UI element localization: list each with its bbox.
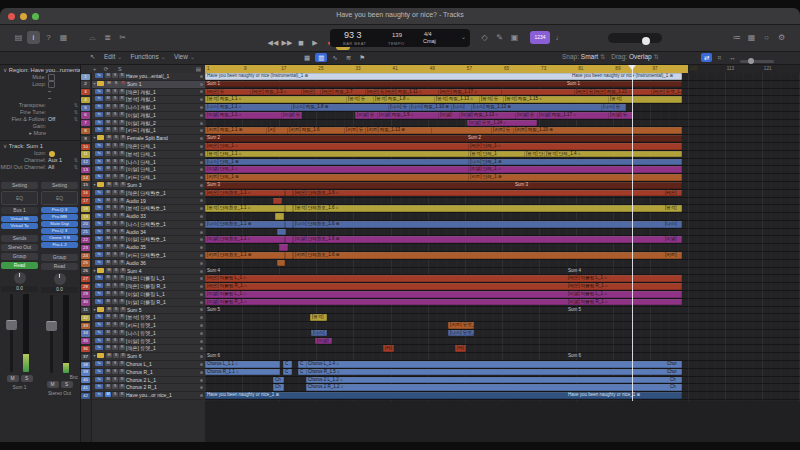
track-header-row[interactable]: ▾MSRFemale Split Band bbox=[92, 135, 205, 143]
track-lane[interactable]: [나스] 단체환호_1.1 ⊗[나스] 단체환호_1.6 ⊗[나스] bbox=[205, 221, 800, 229]
record-enable-button[interactable]: R bbox=[119, 330, 125, 335]
track-header-row[interactable]: ⇆MSRChorus 2 R_1 bbox=[92, 384, 205, 392]
mute-button[interactable]: M bbox=[105, 89, 111, 94]
region[interactable]: [이열] 듀엣_1.24 ○ bbox=[467, 120, 537, 127]
record-enable-button[interactable]: R bbox=[120, 135, 126, 140]
track-header-row[interactable]: ⇆MSR[레온] 듀엣_1 bbox=[92, 345, 205, 353]
track-lane[interactable]: Chorus R_1.1 ○CCChorus R_1.5 ○Chor bbox=[205, 369, 800, 377]
region[interactable]: Chorus L_1.1 ○ bbox=[205, 361, 280, 368]
region[interactable]: [레온] 듀 bbox=[574, 89, 593, 96]
track-lane[interactable]: ChChorus 2 R_1.2 ○Ch bbox=[205, 384, 800, 392]
track-header-row[interactable]: ⇆MSR[이열] 캐럴_1 bbox=[92, 112, 205, 120]
track-lane[interactable]: Sum 3Sum 3 bbox=[205, 182, 800, 190]
region[interactable]: [레온] 단체환호_1.6 ○ bbox=[293, 190, 682, 197]
track-lane[interactable]: [키드] 듀엣_ bbox=[205, 322, 800, 330]
track-lane[interactable]: Sum 6Sum 6 bbox=[205, 353, 800, 361]
mute-button[interactable]: M bbox=[106, 182, 112, 187]
list-editors-icon[interactable]: ≔ bbox=[730, 31, 743, 44]
track-lane[interactable]: [봉석] 단체_1.1 ○[봉석] 단체_1[봉석] 단[봉석] 단체_1.4 … bbox=[205, 151, 800, 159]
region[interactable]: [키드] 단체_1 ⊗ bbox=[205, 174, 469, 181]
output-slot[interactable]: Stereo Out bbox=[1, 244, 38, 251]
region[interactable]: [이열] bbox=[315, 338, 332, 345]
record-enable-button[interactable]: R bbox=[119, 198, 125, 203]
editors-icon[interactable]: ✂ bbox=[116, 31, 129, 44]
automation-mode-button[interactable]: Read bbox=[41, 263, 78, 270]
media-icon[interactable]: ⚙ bbox=[775, 31, 788, 44]
region[interactable]: [봉석] bbox=[608, 96, 682, 103]
lcd-chevron-icon[interactable]: ⌄ bbox=[461, 33, 466, 40]
toolbar-toggle-icon[interactable]: ▦ bbox=[57, 31, 70, 44]
horizontal-zoom-slider[interactable] bbox=[740, 60, 774, 63]
record-enable-button[interactable]: R bbox=[119, 275, 125, 280]
region[interactable] bbox=[273, 198, 282, 205]
record-enable-button[interactable]: R bbox=[119, 104, 125, 109]
track-header-row[interactable]: ⇆MSRChorus 2 L_1 bbox=[92, 377, 205, 385]
region[interactable]: [나스] 단체_1 ⊗ bbox=[468, 159, 682, 166]
stepper-icon[interactable]: ⇅ bbox=[74, 157, 78, 164]
track-header-row[interactable]: ⇆MSRAudio 35 bbox=[92, 244, 205, 252]
region[interactable]: [레온] bbox=[301, 89, 321, 96]
solo-button[interactable]: S bbox=[113, 268, 119, 273]
mute-button[interactable]: M bbox=[105, 244, 111, 249]
region[interactable]: Chorus R_1.5 ○ bbox=[306, 369, 682, 376]
track-header-row[interactable]: ⇆MSR[나스] 단체환호_1 bbox=[92, 221, 205, 229]
region[interactable]: [키드] 캐럴_1.20 ⊗ bbox=[513, 127, 682, 134]
region-field-8[interactable]: ▸ More bbox=[0, 130, 80, 137]
track-header-row[interactable]: ⇆MSR[나스] 캐럴_1 bbox=[92, 104, 205, 112]
region[interactable]: [봉석] 단 bbox=[524, 151, 545, 158]
solo-button[interactable]: S bbox=[112, 112, 118, 117]
record-enable-button[interactable]: R bbox=[119, 314, 125, 319]
region-inspector-header[interactable]: ∨ Region: Have you...rumental(_1 bbox=[0, 65, 80, 74]
mute-button[interactable]: M bbox=[105, 96, 111, 101]
track-lane[interactable]: [이열] 듀엣_1.24 ○ bbox=[205, 120, 800, 128]
solo-button[interactable]: S bbox=[112, 166, 118, 171]
region[interactable]: [레온] 더블링 R_1 ○ bbox=[205, 283, 682, 290]
channel-fader[interactable] bbox=[1, 294, 38, 372]
region[interactable]: [레온] 캐럴_1.17 ○ bbox=[438, 89, 502, 96]
record-enable-button[interactable]: R bbox=[119, 96, 125, 101]
quick-help-icon[interactable]: ? bbox=[42, 31, 55, 44]
track-header-row[interactable]: ⇆MSR[봉석] 단체환호_1 bbox=[92, 205, 205, 213]
region[interactable]: [이열] 듀 bbox=[608, 112, 633, 119]
track-header-row[interactable]: ⇆MSR[레온] 캐럴_1 bbox=[92, 89, 205, 97]
region[interactable] bbox=[275, 213, 284, 220]
track-lane[interactable] bbox=[205, 260, 800, 268]
track-icon[interactable] bbox=[49, 151, 55, 157]
solo-button[interactable]: S bbox=[112, 89, 118, 94]
region[interactable] bbox=[501, 89, 575, 96]
record-enable-button[interactable]: R bbox=[119, 345, 125, 350]
record-enable-button[interactable]: R bbox=[119, 213, 125, 218]
mute-button[interactable]: M bbox=[105, 143, 111, 148]
region[interactable]: Ch bbox=[273, 377, 284, 384]
solo-button[interactable]: S bbox=[112, 283, 118, 288]
region[interactable]: [나스] 캐럴_1.8 ⊗ bbox=[291, 104, 389, 111]
solo-button[interactable]: S bbox=[112, 229, 118, 234]
sends-slot[interactable]: Sends bbox=[1, 235, 38, 242]
mute-button[interactable]: M bbox=[105, 283, 111, 288]
track-field-1[interactable]: Channel:Aux 1⇅ bbox=[0, 157, 80, 164]
mute-button[interactable]: M bbox=[105, 345, 111, 350]
flex-icon[interactable]: ≋ bbox=[343, 53, 354, 62]
track-lane[interactable]: [레온] 더블링 L_1 ○[레온] 더블링 L_1 ○ bbox=[205, 275, 800, 283]
solo-button[interactable]: S bbox=[112, 361, 118, 366]
region[interactable]: [봉석] bbox=[310, 314, 327, 321]
eq-display[interactable]: EQ bbox=[1, 191, 38, 205]
mute-button[interactable]: M bbox=[105, 120, 111, 125]
region[interactable]: [봉석] 단체_1.1 ○ bbox=[205, 151, 469, 158]
solo-button[interactable]: S bbox=[61, 381, 73, 388]
track-inspector-header[interactable]: ∨ Track: Sum 1 bbox=[0, 140, 80, 150]
region[interactable] bbox=[285, 221, 293, 228]
stop-button[interactable]: ◼ bbox=[294, 36, 308, 50]
track-lane[interactable]: [이열] 더블링 L_1 ○[이열] 더블링 L_1 ○ bbox=[205, 291, 800, 299]
region-field-0[interactable]: Mute: bbox=[0, 74, 80, 81]
region[interactable]: [이열] 캐럴_1.17 ○ bbox=[537, 112, 609, 119]
track-header-row[interactable]: ▾MSRSum 3 bbox=[92, 182, 205, 190]
track-header-row[interactable]: ▾MSRSum 1 bbox=[92, 81, 205, 89]
region[interactable]: [레온] 듀 bbox=[365, 89, 384, 96]
region-field-1[interactable]: Loop: bbox=[0, 81, 80, 88]
track-lane[interactable] bbox=[205, 198, 800, 206]
snap-value[interactable]: Smart bbox=[581, 53, 598, 60]
mute-button[interactable]: M bbox=[105, 384, 111, 389]
solo-button[interactable]: S bbox=[112, 198, 118, 203]
mute-button[interactable]: M bbox=[105, 392, 111, 397]
